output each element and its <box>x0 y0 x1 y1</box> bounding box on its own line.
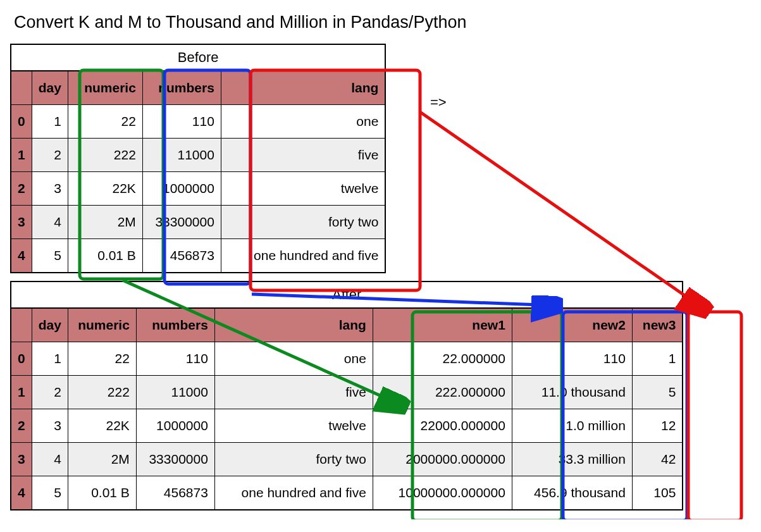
table-row: 3 4 2M 33300000 forty two <box>11 206 385 239</box>
cell-day: 5 <box>32 239 68 273</box>
after-col-new3: new3 <box>632 308 683 342</box>
cell-lang: one <box>214 342 373 376</box>
cell-lang: forty two <box>214 443 373 476</box>
cell-numeric: 22K <box>68 409 136 443</box>
cell-numeric: 2M <box>68 206 142 239</box>
cell-day: 5 <box>32 476 68 510</box>
cell-day: 2 <box>32 139 68 172</box>
cell-lang: five <box>214 376 373 409</box>
cell-numbers: 456873 <box>142 239 221 273</box>
before-col-day: day <box>32 71 68 105</box>
table-row: 1 2 222 11000 five <box>11 139 385 172</box>
before-caption: Before <box>10 44 386 70</box>
before-col-lang: lang <box>221 71 385 105</box>
table-row: 0 1 22 110 one 22.000000 110 1 <box>11 342 683 376</box>
table-row: 2 3 22K 1000000 twelve 22000.000000 1.0 … <box>11 409 683 443</box>
before-col-numeric: numeric <box>68 71 142 105</box>
cell-new1: 222.000000 <box>373 376 512 409</box>
cell-numeric: 0.01 B <box>68 476 136 510</box>
cell-numbers: 11000 <box>136 376 214 409</box>
cell-day: 1 <box>32 342 68 376</box>
table-row: 2 3 22K 1000000 twelve <box>11 172 385 206</box>
after-col-new2: new2 <box>512 308 632 342</box>
cell-new3: 5 <box>632 376 683 409</box>
cell-new1: 10000000.000000 <box>373 476 512 510</box>
after-caption: After <box>10 281 683 307</box>
cell-numbers: 110 <box>142 105 221 139</box>
row-index: 4 <box>11 476 32 510</box>
arrow-symbol-icon: => <box>430 94 447 111</box>
cell-day: 1 <box>32 105 68 139</box>
cell-numbers: 33300000 <box>136 443 214 476</box>
cell-numbers: 456873 <box>136 476 214 510</box>
arrow-lang-to-new3-icon <box>420 112 705 309</box>
table-row: 4 5 0.01 B 456873 one hundred and five <box>11 239 385 273</box>
before-header-row: day numeric numbers lang <box>11 71 385 105</box>
highlight-after-new3-icon <box>688 312 741 519</box>
cell-day: 3 <box>32 172 68 206</box>
row-index: 3 <box>11 443 32 476</box>
cell-numeric: 22K <box>68 172 142 206</box>
row-index: 3 <box>11 206 32 239</box>
cell-new2: 33.3 million <box>512 443 632 476</box>
after-col-numbers: numbers <box>136 308 214 342</box>
cell-numeric: 222 <box>68 139 142 172</box>
table-row: 0 1 22 110 one <box>11 105 385 139</box>
cell-numeric: 222 <box>68 376 136 409</box>
after-corner <box>11 308 32 342</box>
after-col-lang: lang <box>214 308 373 342</box>
cell-numbers: 1000000 <box>136 409 214 443</box>
row-index: 0 <box>11 342 32 376</box>
row-index: 4 <box>11 239 32 273</box>
row-index: 1 <box>11 376 32 409</box>
cell-numeric: 2M <box>68 443 136 476</box>
after-header-row: day numeric numbers lang new1 new2 new3 <box>11 308 683 342</box>
cell-day: 4 <box>32 206 68 239</box>
row-index: 2 <box>11 409 32 443</box>
cell-new3: 1 <box>632 342 683 376</box>
cell-new2: 456.9 thousand <box>512 476 632 510</box>
cell-numbers: 110 <box>136 342 214 376</box>
cell-numbers: 33300000 <box>142 206 221 239</box>
after-col-new1: new1 <box>373 308 512 342</box>
cell-numbers: 11000 <box>142 139 221 172</box>
before-col-numbers: numbers <box>142 71 221 105</box>
row-index: 2 <box>11 172 32 206</box>
cell-new3: 105 <box>632 476 683 510</box>
cell-new1: 2000000.000000 <box>373 443 512 476</box>
cell-lang: twelve <box>221 172 385 206</box>
cell-new2: 1.0 million <box>512 409 632 443</box>
cell-numeric: 22 <box>68 105 142 139</box>
after-col-day: day <box>32 308 68 342</box>
diagram-stage: Before day numeric numbers lang 0 1 22 1… <box>10 44 751 510</box>
cell-lang: forty two <box>221 206 385 239</box>
table-row: 1 2 222 11000 five 222.000000 11.0 thous… <box>11 376 683 409</box>
page-title: Convert K and M to Thousand and Million … <box>14 13 751 32</box>
cell-lang: one hundred and five <box>214 476 373 510</box>
after-col-numeric: numeric <box>68 308 136 342</box>
row-index: 0 <box>11 105 32 139</box>
cell-new1: 22.000000 <box>373 342 512 376</box>
table-row: 4 5 0.01 B 456873 one hundred and five 1… <box>11 476 683 510</box>
cell-new2: 11.0 thousand <box>512 376 632 409</box>
cell-new3: 12 <box>632 409 683 443</box>
cell-lang: five <box>221 139 385 172</box>
row-index: 1 <box>11 139 32 172</box>
before-table: Before day numeric numbers lang 0 1 22 1… <box>10 44 386 273</box>
cell-new1: 22000.000000 <box>373 409 512 443</box>
cell-day: 2 <box>32 376 68 409</box>
cell-new3: 42 <box>632 443 683 476</box>
cell-lang: one hundred and five <box>221 239 385 273</box>
cell-new2: 110 <box>512 342 632 376</box>
table-row: 3 4 2M 33300000 forty two 2000000.000000… <box>11 443 683 476</box>
cell-lang: one <box>221 105 385 139</box>
cell-lang: twelve <box>214 409 373 443</box>
before-corner <box>11 71 32 105</box>
cell-numbers: 1000000 <box>142 172 221 206</box>
cell-day: 4 <box>32 443 68 476</box>
after-table: After day numeric numbers lang new1 new2… <box>10 281 683 510</box>
cell-numeric: 22 <box>68 342 136 376</box>
cell-numeric: 0.01 B <box>68 239 142 273</box>
cell-day: 3 <box>32 409 68 443</box>
